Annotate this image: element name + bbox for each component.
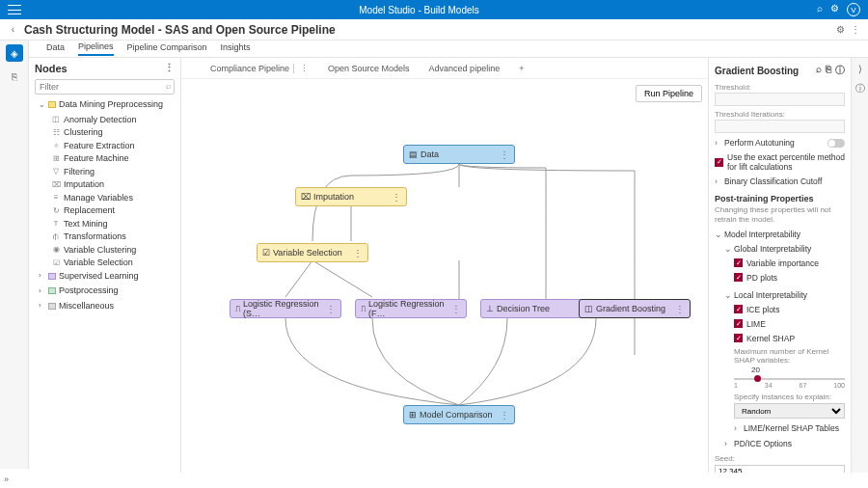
nodes-more-icon[interactable]: ⋮: [164, 62, 175, 74]
autotuning-label[interactable]: Perform Autotuning: [724, 138, 795, 148]
exact-percentile-label: Use the exact percentile method for lift…: [727, 152, 845, 172]
node-imputation[interactable]: ⌧Imputation⋮: [295, 187, 407, 206]
node-gradient-boosting[interactable]: ◫Gradient Boosting⋮: [579, 299, 691, 318]
tree-item[interactable]: ⌧Imputation: [35, 178, 175, 192]
header-more-icon[interactable]: ⋮: [850, 24, 860, 35]
page-title: Cash Structuring Model - SAS and Open So…: [24, 23, 835, 37]
node-menu-icon[interactable]: ⋮: [451, 304, 461, 314]
node-variable-selection[interactable]: ☑Variable Selection⋮: [257, 243, 368, 262]
max-kernel-label: Maximum number of Kernel SHAP variables:: [734, 347, 845, 366]
tree-item[interactable]: ▽Filtering: [35, 166, 175, 179]
node-model-comparison[interactable]: ⊞Model Comparison⋮: [403, 405, 515, 424]
tree-item[interactable]: ⊞Feature Machine: [35, 152, 175, 166]
pipeline-tab-opensource[interactable]: Open Source Models: [328, 64, 410, 73]
tree-item[interactable]: ☑Variable Selection: [35, 257, 175, 270]
menu-icon[interactable]: [8, 5, 21, 14]
autotuning-toggle[interactable]: [827, 139, 845, 148]
user-icon[interactable]: V: [847, 3, 860, 16]
tree-item[interactable]: ☷Clustering: [35, 126, 175, 140]
search-icon[interactable]: ⌕: [817, 3, 823, 16]
settings-icon[interactable]: ⚙: [830, 3, 839, 16]
seed-input[interactable]: [715, 465, 845, 473]
ice-plots-checkbox[interactable]: ✓: [734, 305, 743, 313]
binary-cutoff-label[interactable]: Binary Classification Cutoff: [724, 176, 822, 186]
node-data[interactable]: ▤Data⋮: [403, 145, 515, 164]
var-importance-checkbox[interactable]: ✓: [734, 258, 743, 267]
local-interp-label[interactable]: Local Interpretability: [734, 290, 807, 300]
main-tabs: Data Pipelines Pipeline Comparison Insig…: [29, 41, 868, 58]
right-rail-info-icon[interactable]: ⓘ: [855, 82, 865, 95]
kernel-shap-checkbox[interactable]: ✓: [734, 334, 743, 342]
pd-plots-checkbox[interactable]: ✓: [734, 273, 743, 282]
node-menu-icon[interactable]: ⋮: [353, 248, 363, 258]
instance-method-select[interactable]: Random: [734, 403, 845, 419]
tree-item[interactable]: ⫛Transformations: [35, 230, 175, 244]
back-icon[interactable]: ‹: [8, 24, 18, 35]
lime-tables-label[interactable]: LIME/Kernel SHAP Tables: [744, 423, 839, 433]
properties-copy-icon[interactable]: ⎘: [826, 64, 831, 77]
model-interp-label[interactable]: Model Interpretability: [724, 230, 800, 239]
filter-input[interactable]: [35, 79, 175, 95]
tree-item[interactable]: TText Mining: [35, 218, 175, 231]
node-logreg-2[interactable]: ⎍Logistic Regression (F…⋮: [355, 299, 467, 318]
properties-title: Gradient Boosting: [715, 66, 799, 76]
slider-value: 20: [751, 366, 845, 374]
post-training-note: Changing these properties will not retra…: [715, 205, 845, 224]
node-menu-icon[interactable]: ⋮: [675, 304, 685, 314]
rail-snippets-icon[interactable]: ⎘: [6, 68, 23, 85]
app-title: Model Studio - Build Models: [21, 5, 817, 15]
filter-search-icon[interactable]: ⌕: [166, 81, 171, 91]
tree-group[interactable]: ›Postprocessing: [35, 285, 175, 298]
threshold-label: Threshold:: [715, 83, 845, 92]
properties-search-icon[interactable]: ⌕: [816, 64, 822, 77]
node-logreg-1[interactable]: ⎍Logistic Regression (S…⋮: [230, 299, 341, 318]
node-menu-icon[interactable]: ⋮: [500, 149, 509, 160]
tree-item[interactable]: ↻Replacement: [35, 204, 175, 218]
add-pipeline-icon[interactable]: +: [519, 64, 524, 73]
tree-item[interactable]: ≡Manage Variables: [35, 192, 175, 205]
threshold-iter-label: Threshold Iterations:: [715, 110, 845, 119]
node-decision-tree[interactable]: ⊥Decision Tree⋮: [480, 299, 592, 318]
pdice-label[interactable]: PD/ICE Options: [734, 439, 792, 448]
seed-label: Seed:: [715, 454, 845, 464]
tree-item[interactable]: ⟐Feature Extraction: [35, 140, 175, 153]
pipeline-tab-advanced[interactable]: Advanced pipeline: [429, 64, 501, 73]
tab-insights[interactable]: Insights: [221, 42, 251, 55]
tree-group[interactable]: ›Miscellaneous: [35, 300, 175, 313]
threshold-input[interactable]: [715, 93, 845, 106]
exact-percentile-checkbox[interactable]: ✓: [715, 158, 723, 167]
header-settings-icon[interactable]: ⚙: [835, 24, 846, 35]
node-menu-icon[interactable]: ⋮: [326, 304, 336, 314]
properties-help-icon[interactable]: ⓘ: [835, 64, 845, 77]
specify-instances-label: Specify instances to explain:: [734, 393, 845, 402]
tab-pipelines[interactable]: Pipelines: [78, 41, 114, 56]
tab-data[interactable]: Data: [46, 42, 65, 55]
lime-checkbox[interactable]: ✓: [734, 319, 743, 328]
nodes-title: Nodes: [35, 63, 68, 74]
right-rail-expand-icon[interactable]: ⟩: [858, 64, 862, 74]
tab-comparison[interactable]: Pipeline Comparison: [127, 42, 207, 55]
threshold-iter-input[interactable]: [715, 120, 845, 133]
tree-item[interactable]: ◉Variable Clustering: [35, 244, 175, 258]
rail-nodes-icon[interactable]: ◈: [6, 44, 23, 62]
collapse-rail-icon[interactable]: »: [4, 474, 9, 484]
node-menu-icon[interactable]: ⋮: [392, 192, 401, 203]
pipeline-tab-compliance[interactable]: Compliance Pipeline ⋮: [210, 64, 309, 73]
node-menu-icon[interactable]: ⋮: [500, 410, 509, 420]
tree-group[interactable]: ›Supervised Learning: [35, 270, 175, 284]
tree-item[interactable]: ◫Anomaly Detection: [35, 114, 175, 127]
tree-group[interactable]: ⌄Data Mining Preprocessing: [35, 98, 175, 112]
post-training-header: Post-training Properties: [715, 194, 845, 203]
kernel-shap-slider[interactable]: 13467100: [734, 378, 845, 389]
global-interp-label[interactable]: Global Interpretability: [734, 244, 811, 254]
